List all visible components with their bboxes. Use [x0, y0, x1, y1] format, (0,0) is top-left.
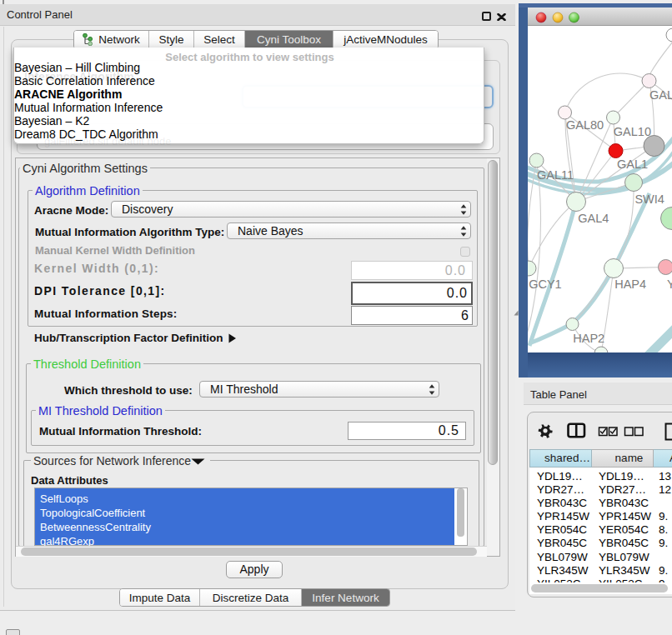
- svg-text:GCY1: GCY1: [529, 278, 562, 291]
- svg-text:GAL4: GAL4: [578, 212, 609, 225]
- svg-text:GAL1: GAL1: [617, 158, 648, 171]
- svg-text:GAL11: GAL11: [537, 168, 574, 182]
- svg-text:SWI4: SWI4: [634, 192, 664, 206]
- svg-text:Y: Y: [667, 278, 672, 291]
- svg-text:HAP2: HAP2: [573, 332, 604, 345]
- svg-text:HAP4: HAP4: [614, 278, 646, 291]
- svg-text:GAL80: GAL80: [566, 118, 604, 132]
- svg-text:GAL10: GAL10: [614, 125, 651, 138]
- svg-text:GAL7: GAL7: [649, 88, 672, 102]
